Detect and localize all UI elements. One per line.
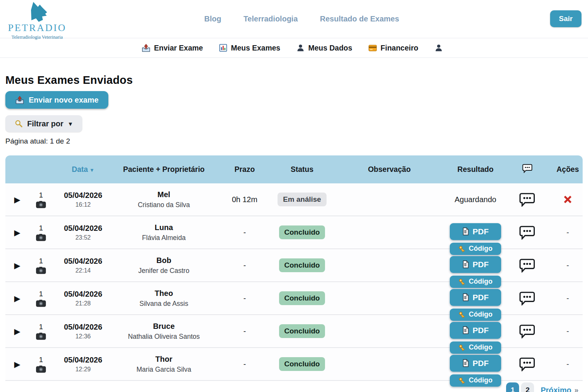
exams-table: Data▼ Paciente + Proprietário Prazo Stat… (5, 155, 583, 381)
nav-link-telerradiologia[interactable]: Telerradiologia (243, 15, 298, 23)
main-content: Meus Exames Enviados Enviar novo exame F… (0, 74, 588, 381)
owner-name: Maria Garcia Silva (137, 366, 191, 374)
chat-bubble-icon (519, 225, 535, 240)
chat-button[interactable] (519, 324, 535, 338)
pagination-page-1[interactable]: 1 (506, 382, 519, 392)
chat-button[interactable] (519, 357, 535, 371)
chat-bubble-icon (519, 193, 535, 207)
patient-name: Theo (155, 289, 173, 298)
exam-time: 21:28 (75, 300, 91, 307)
acoes-value: - (567, 261, 569, 270)
table-header-row: Data▼ Paciente + Proprietário Prazo Stat… (5, 155, 583, 183)
table-row: ▶ 1 05/04/202623:52 LunaFlávia Almeida -… (5, 216, 583, 249)
subnav-item-meus-exames[interactable]: Meus Exames (219, 44, 280, 52)
owner-name: Cristiano da Silva (138, 201, 190, 209)
prazo-value: - (243, 228, 246, 237)
table-row: ▶ 1 05/04/202616:12 MelCristiano da Silv… (5, 183, 583, 216)
key-icon (459, 377, 466, 384)
expand-row-icon[interactable]: ▶ (14, 327, 20, 335)
status-badge: Em análise (278, 193, 326, 206)
pagination-page-2[interactable]: 2 (521, 382, 534, 392)
subnav-item-financeiro[interactable]: Financeiro (368, 44, 418, 52)
exam-time: 23:52 (75, 234, 91, 241)
codigo-button[interactable]: Código (450, 243, 501, 255)
pdf-button[interactable]: PDF (450, 355, 501, 372)
key-icon (459, 245, 466, 252)
owner-name: Jenifer de Castro (138, 267, 189, 275)
document-icon (462, 359, 469, 367)
exam-date: 05/04/2026 (64, 323, 102, 332)
exam-date: 05/04/2026 (64, 290, 102, 299)
chat-bubble-icon (519, 357, 535, 371)
col-acoes: Ações (553, 165, 583, 174)
subnav-item-profile[interactable] (434, 44, 446, 52)
expand-row-icon[interactable]: ▶ (14, 229, 20, 237)
codigo-button[interactable]: Código (450, 341, 501, 354)
expand-row-icon[interactable]: ▶ (14, 196, 20, 204)
key-icon (459, 278, 466, 285)
brand-tagline: Telerradiologia Veterinaria (11, 34, 63, 40)
exam-date: 05/04/2026 (64, 257, 102, 266)
resultado-status: Aguardando (455, 195, 497, 204)
key-icon (459, 344, 466, 351)
subnav-item-meus-dados[interactable]: Meus Dados (296, 44, 352, 52)
pagination-next-button[interactable]: Próximo » (536, 382, 583, 392)
expand-row-icon[interactable]: ▶ (14, 360, 20, 368)
camera-icon (36, 266, 46, 274)
document-icon (462, 260, 469, 268)
codigo-button[interactable]: Código (450, 309, 501, 321)
subnav-item-enviar-exame[interactable]: Enviar Exame (142, 44, 203, 52)
nav-link-blog[interactable]: Blog (204, 15, 221, 23)
person-icon (296, 44, 305, 52)
photo-count: 1 (39, 191, 43, 199)
credit-card-icon (368, 44, 377, 52)
patient-name: Bob (157, 256, 172, 265)
prazo-value: - (243, 360, 246, 369)
patient-name: Bruce (153, 322, 175, 331)
owner-name: Flávia Almeida (142, 234, 186, 242)
dog-logo-icon (24, 1, 50, 23)
petradio-app: PETRADIO Telerradiologia Veterinaria Blo… (0, 0, 588, 392)
camera-icon (36, 201, 46, 208)
document-icon (462, 293, 469, 301)
exam-date: 05/04/2026 (64, 356, 102, 364)
exam-time: 22:14 (75, 267, 91, 274)
chat-bubble-icon (519, 291, 535, 305)
patient-name: Luna (155, 223, 173, 232)
chat-button[interactable] (519, 258, 535, 273)
chat-button[interactable] (519, 193, 535, 207)
status-badge: Concluido (279, 291, 325, 305)
chat-button[interactable] (519, 291, 535, 305)
prazo-value: - (243, 261, 246, 270)
col-paciente: Paciente + Proprietário (113, 165, 214, 174)
pdf-button[interactable]: PDF (450, 223, 501, 240)
expand-row-icon[interactable]: ▶ (14, 261, 20, 270)
codigo-button[interactable]: Código (450, 276, 501, 288)
pdf-button[interactable]: PDF (450, 289, 501, 306)
expand-row-icon[interactable]: ▶ (14, 294, 20, 302)
new-exam-button[interactable]: Enviar novo exame (5, 91, 108, 109)
logout-button[interactable]: Sair (550, 10, 581, 27)
nav-link-resultado-exames[interactable]: Resultado de Exames (320, 15, 399, 23)
status-badge: Concluido (279, 258, 325, 272)
codigo-button[interactable]: Código (450, 374, 501, 387)
cancel-exam-button[interactable] (562, 194, 573, 205)
chat-button[interactable] (519, 225, 535, 240)
acoes-value: - (567, 327, 569, 336)
col-resultado: Resultado (449, 165, 501, 174)
current-page-indicator: Página atual: 1 de 2 (5, 137, 583, 145)
prazo-value: - (243, 327, 246, 336)
exam-date: 05/04/2026 (64, 224, 102, 233)
filter-button[interactable]: Filtrar por ▼ (5, 115, 82, 132)
col-data[interactable]: Data▼ (53, 165, 113, 174)
pdf-button[interactable]: PDF (450, 256, 501, 273)
col-status: Status (275, 165, 329, 174)
acoes-value: - (567, 228, 569, 237)
chat-bubble-icon (522, 164, 532, 173)
brand-logo[interactable]: PETRADIO Telerradiologia Veterinaria (8, 1, 66, 40)
status-badge: Concluido (279, 357, 325, 371)
pdf-button[interactable]: PDF (450, 322, 501, 339)
col-observacao: Observação (329, 165, 449, 174)
document-icon (462, 326, 469, 334)
key-icon (459, 311, 466, 318)
